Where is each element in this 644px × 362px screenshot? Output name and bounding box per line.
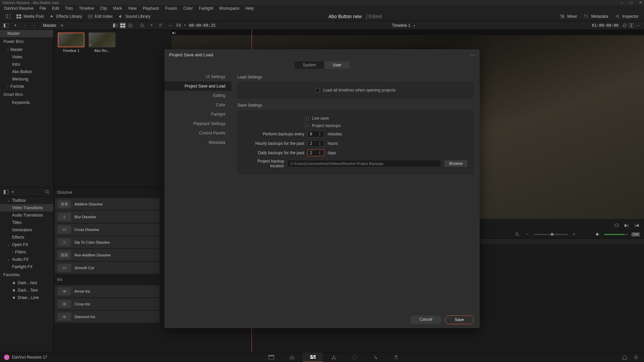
panel-toggle-button[interactable] [3, 22, 9, 29]
backup-location-input[interactable]: C:\Users\Lizenznehmer\Videos\Resolve Pro… [287, 160, 441, 167]
search-button[interactable] [139, 22, 146, 29]
edit-index-toggle[interactable]: Edit Index [85, 14, 115, 19]
pref-metadata[interactable]: Metadata [164, 138, 231, 147]
page-media[interactable] [261, 352, 281, 362]
effects-openfx[interactable]: ⌄Open FX [0, 241, 53, 248]
clip-abo-re[interactable]: ♪ Abo Re... [89, 33, 115, 53]
tab-user[interactable]: User [325, 61, 349, 69]
effects-library-toggle[interactable]: ✦ Effects Library [46, 14, 85, 19]
page-fairlight[interactable] [365, 352, 385, 362]
sound-library-toggle[interactable]: Sound Library [115, 14, 153, 19]
zoom-slider[interactable] [534, 234, 568, 235]
view-grid-button[interactable] [119, 22, 126, 29]
page-cut[interactable] [282, 352, 302, 362]
search-button[interactable] [44, 189, 51, 195]
page-deliver[interactable] [386, 352, 406, 362]
browse-button[interactable]: Browse [444, 160, 467, 167]
clip-timeline-1[interactable]: Timeline 1 [58, 33, 85, 53]
effects-generators[interactable]: Generators [0, 226, 53, 234]
effects-effects[interactable]: Effects [0, 234, 53, 241]
fav-3[interactable]: ★Draw…Line [0, 294, 53, 301]
search-dropdown-icon[interactable]: ▼ [148, 22, 155, 29]
nav-back-button[interactable]: ‹ [21, 22, 28, 29]
bin-abo-button[interactable]: Abo Button [0, 68, 53, 75]
metadata-toggle[interactable]: Metadata [581, 14, 611, 19]
effect-dip-to-color[interactable]: Dip To Color Dissolve [55, 236, 160, 248]
pref-control-panels[interactable]: Control Panels [164, 128, 231, 138]
effect-arrow-iris[interactable]: Arrow Iris [55, 285, 160, 297]
volume-slider[interactable] [604, 234, 628, 235]
bin-keywords[interactable]: Keywords [0, 99, 53, 106]
cancel-button[interactable]: Cancel [410, 315, 441, 324]
dialog-menu-button[interactable]: ⋯ [471, 52, 475, 57]
volume-icon[interactable] [594, 231, 601, 238]
nav-forward-button[interactable]: › [31, 22, 38, 29]
bin-fortnite[interactable]: ›Fortnite [0, 83, 53, 90]
hourly-past-input[interactable]: 2▲▼ [308, 140, 324, 147]
spinner-icon[interactable]: ▲▼ [319, 141, 322, 145]
bin-master[interactable]: Master [0, 30, 53, 37]
effect-non-additive[interactable]: Non-Additive Dissolve [55, 249, 160, 261]
effects-video-transitions[interactable]: Video Transitions [0, 204, 53, 212]
bypass-button[interactable] [621, 22, 628, 29]
pref-editing[interactable]: Editing [164, 91, 231, 100]
save-button[interactable]: Save [445, 315, 474, 324]
mixer-toggle[interactable]: Mixer [557, 14, 580, 19]
zoom-out-button[interactable]: − [524, 231, 531, 238]
effect-smooth-cut[interactable]: Smooth Cut [55, 262, 160, 274]
timeline-selector[interactable]: Timeline 1 [392, 23, 411, 28]
bin-master-expand[interactable]: ›Master [0, 46, 53, 53]
menu-help[interactable]: Help [243, 5, 256, 11]
effects-titles[interactable]: Titles [0, 219, 53, 226]
menu-davinci[interactable]: DaVinci Resolve [1, 5, 36, 11]
project-settings-button[interactable] [633, 354, 639, 361]
bin-video[interactable]: Video [0, 53, 53, 61]
last-frame-button[interactable]: |◀ [633, 222, 640, 229]
page-color[interactable] [344, 352, 365, 362]
menu-timeline[interactable]: Timeline [76, 5, 97, 11]
window-close-button[interactable]: ✕ [638, 1, 643, 4]
spinner-icon[interactable]: ▲▼ [319, 151, 322, 155]
pref-project-save-load[interactable]: Project Save and Load [164, 81, 231, 91]
effects-audio-transitions[interactable]: Audio Transitions [0, 212, 53, 219]
zoom-in-button[interactable]: + [571, 231, 578, 238]
page-fusion[interactable] [324, 352, 344, 362]
more-options-button[interactable]: ⋯ [167, 22, 174, 29]
window-minimize-button[interactable]: ─ [619, 1, 624, 4]
bin-intro[interactable]: Intro [0, 61, 53, 68]
tab-system[interactable]: System [294, 61, 324, 69]
zoom-fit-dropdown[interactable]: Fit [176, 23, 181, 28]
viewer-timecode[interactable]: 00:00:09:25 [189, 23, 215, 28]
menu-file[interactable]: File [37, 5, 49, 11]
live-save-checkbox[interactable] [304, 116, 309, 121]
media-pool-toggle[interactable]: Media Pool [13, 14, 46, 19]
spinner-icon[interactable]: ▲▼ [319, 132, 322, 136]
chevron-down-icon[interactable]: ▼ [9, 189, 16, 195]
effect-cross-iris[interactable]: Cross Iris [55, 298, 160, 310]
dim-button[interactable]: DIM [631, 232, 640, 237]
inspector-toggle[interactable]: Inspector [612, 14, 641, 19]
chevron-down-icon[interactable]: ▼ [12, 22, 19, 29]
effects-toolbox[interactable]: ⌄Toolbox [0, 197, 53, 204]
menu-fairlight[interactable]: Fairlight [196, 5, 216, 11]
view-metadata-button[interactable] [112, 22, 119, 29]
viewer-options-button[interactable]: ⋯ [635, 22, 641, 29]
page-edit[interactable] [303, 352, 323, 362]
bin-werbung[interactable]: Werbung [0, 75, 53, 83]
daily-past-input[interactable]: 2▲▼ [308, 149, 324, 156]
home-button[interactable] [621, 354, 628, 361]
layout-toggle-button[interactable] [3, 14, 13, 19]
view-list-button[interactable] [127, 22, 133, 29]
menu-playback[interactable]: Playback [140, 5, 162, 11]
dual-viewer-button[interactable] [628, 22, 635, 29]
effects-filters[interactable]: ›Filters [0, 248, 53, 256]
pref-playback[interactable]: Playback Settings [164, 119, 231, 128]
effect-additive-dissolve[interactable]: Additive Dissolve [55, 198, 160, 210]
effect-blur-dissolve[interactable]: Blur Dissolve [55, 211, 160, 223]
zoom-search-button[interactable] [514, 231, 521, 238]
perform-every-input[interactable]: 8▲▼ [308, 131, 324, 137]
loop-button[interactable] [613, 222, 620, 229]
menu-clip[interactable]: Clip [97, 5, 110, 11]
menu-edit[interactable]: Edit [49, 5, 62, 11]
window-maximize-button[interactable]: ▢ [629, 1, 633, 4]
